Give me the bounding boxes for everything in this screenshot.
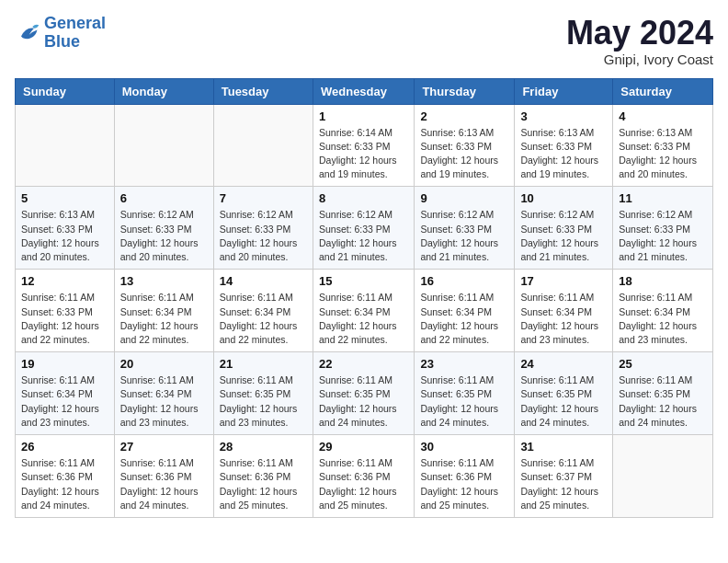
- page-header: General Blue May 2024 Gnipi, Ivory Coast: [15, 15, 713, 67]
- day-info: Sunrise: 6:11 AM Sunset: 6:35 PM Dayligh…: [319, 373, 408, 430]
- day-number: 29: [319, 440, 408, 454]
- day-number: 22: [319, 357, 408, 371]
- day-info: Sunrise: 6:11 AM Sunset: 6:34 PM Dayligh…: [619, 291, 707, 347]
- calendar-week-row: 5Sunrise: 6:13 AM Sunset: 6:33 PM Daylig…: [16, 187, 713, 270]
- calendar-cell: 3Sunrise: 6:13 AM Sunset: 6:33 PM Daylig…: [515, 104, 613, 187]
- day-number: 4: [619, 109, 707, 123]
- day-number: 16: [420, 274, 508, 288]
- day-number: 9: [420, 191, 508, 205]
- day-number: 17: [520, 274, 607, 288]
- day-number: 28: [220, 440, 307, 454]
- calendar-cell: 6Sunrise: 6:12 AM Sunset: 6:33 PM Daylig…: [114, 187, 213, 270]
- calendar-cell: 21Sunrise: 6:11 AM Sunset: 6:35 PM Dayli…: [213, 352, 313, 435]
- calendar-cell: 15Sunrise: 6:11 AM Sunset: 6:34 PM Dayli…: [313, 270, 414, 352]
- day-info: Sunrise: 6:11 AM Sunset: 6:34 PM Dayligh…: [220, 291, 307, 347]
- day-info: Sunrise: 6:12 AM Sunset: 6:33 PM Dayligh…: [120, 208, 208, 264]
- day-info: Sunrise: 6:11 AM Sunset: 6:34 PM Dayligh…: [520, 291, 607, 347]
- calendar-cell: [114, 104, 213, 187]
- day-info: Sunrise: 6:12 AM Sunset: 6:33 PM Dayligh…: [319, 208, 408, 264]
- calendar-cell: 26Sunrise: 6:11 AM Sunset: 6:36 PM Dayli…: [16, 435, 115, 518]
- calendar-cell: 7Sunrise: 6:12 AM Sunset: 6:33 PM Daylig…: [213, 187, 313, 270]
- day-info: Sunrise: 6:11 AM Sunset: 6:36 PM Dayligh…: [120, 456, 208, 512]
- calendar-cell: 24Sunrise: 6:11 AM Sunset: 6:35 PM Dayli…: [515, 352, 613, 435]
- logo-line1: General: [44, 14, 106, 32]
- day-number: 11: [619, 191, 707, 205]
- calendar-cell: 4Sunrise: 6:13 AM Sunset: 6:33 PM Daylig…: [613, 104, 713, 187]
- day-info: Sunrise: 6:13 AM Sunset: 6:33 PM Dayligh…: [21, 208, 108, 264]
- day-number: 14: [220, 274, 307, 288]
- day-number: 23: [420, 357, 508, 371]
- calendar-cell: 25Sunrise: 6:11 AM Sunset: 6:35 PM Dayli…: [613, 352, 713, 435]
- day-number: 24: [520, 357, 607, 371]
- day-info: Sunrise: 6:11 AM Sunset: 6:36 PM Dayligh…: [21, 456, 108, 512]
- logo-bird-icon: [15, 20, 40, 46]
- day-info: Sunrise: 6:11 AM Sunset: 6:34 PM Dayligh…: [319, 291, 408, 347]
- calendar-cell: 2Sunrise: 6:13 AM Sunset: 6:33 PM Daylig…: [415, 104, 515, 187]
- day-number: 15: [319, 274, 408, 288]
- day-info: Sunrise: 6:11 AM Sunset: 6:37 PM Dayligh…: [520, 456, 607, 512]
- day-header-tuesday: Tuesday: [213, 78, 313, 104]
- day-number: 12: [21, 274, 108, 288]
- day-number: 21: [220, 357, 307, 371]
- calendar-cell: [16, 104, 115, 187]
- day-number: 31: [520, 440, 607, 454]
- calendar-cell: 28Sunrise: 6:11 AM Sunset: 6:36 PM Dayli…: [213, 435, 313, 518]
- calendar-week-row: 12Sunrise: 6:11 AM Sunset: 6:33 PM Dayli…: [16, 270, 713, 352]
- calendar-header-row: SundayMondayTuesdayWednesdayThursdayFrid…: [16, 78, 713, 104]
- calendar-cell: 19Sunrise: 6:11 AM Sunset: 6:34 PM Dayli…: [16, 352, 115, 435]
- day-info: Sunrise: 6:11 AM Sunset: 6:34 PM Dayligh…: [420, 291, 508, 347]
- day-info: Sunrise: 6:13 AM Sunset: 6:33 PM Dayligh…: [619, 126, 707, 182]
- day-number: 5: [21, 191, 108, 205]
- logo-text: General Blue: [44, 15, 106, 52]
- calendar-cell: 5Sunrise: 6:13 AM Sunset: 6:33 PM Daylig…: [16, 187, 115, 270]
- day-info: Sunrise: 6:12 AM Sunset: 6:33 PM Dayligh…: [220, 208, 307, 264]
- day-number: 20: [120, 357, 208, 371]
- day-header-sunday: Sunday: [16, 78, 115, 104]
- calendar-cell: 10Sunrise: 6:12 AM Sunset: 6:33 PM Dayli…: [515, 187, 613, 270]
- day-info: Sunrise: 6:11 AM Sunset: 6:35 PM Dayligh…: [220, 373, 307, 430]
- day-number: 1: [319, 109, 408, 123]
- calendar-cell: 16Sunrise: 6:11 AM Sunset: 6:34 PM Dayli…: [415, 270, 515, 352]
- day-info: Sunrise: 6:12 AM Sunset: 6:33 PM Dayligh…: [619, 208, 707, 264]
- calendar-cell: 13Sunrise: 6:11 AM Sunset: 6:34 PM Dayli…: [114, 270, 213, 352]
- title-block: May 2024 Gnipi, Ivory Coast: [566, 15, 713, 67]
- day-info: Sunrise: 6:13 AM Sunset: 6:33 PM Dayligh…: [520, 126, 607, 182]
- day-info: Sunrise: 6:12 AM Sunset: 6:33 PM Dayligh…: [420, 208, 508, 264]
- day-number: 8: [319, 191, 408, 205]
- day-number: 18: [619, 274, 707, 288]
- calendar-cell: 30Sunrise: 6:11 AM Sunset: 6:36 PM Dayli…: [415, 435, 515, 518]
- calendar-cell: 23Sunrise: 6:11 AM Sunset: 6:35 PM Dayli…: [415, 352, 515, 435]
- day-info: Sunrise: 6:11 AM Sunset: 6:34 PM Dayligh…: [21, 373, 108, 430]
- calendar-cell: [213, 104, 313, 187]
- calendar-week-row: 19Sunrise: 6:11 AM Sunset: 6:34 PM Dayli…: [16, 352, 713, 435]
- month-title: May 2024: [566, 15, 713, 52]
- day-info: Sunrise: 6:12 AM Sunset: 6:33 PM Dayligh…: [520, 208, 607, 264]
- location: Gnipi, Ivory Coast: [566, 52, 713, 67]
- day-header-monday: Monday: [114, 78, 213, 104]
- calendar-cell: 9Sunrise: 6:12 AM Sunset: 6:33 PM Daylig…: [415, 187, 515, 270]
- calendar-cell: 17Sunrise: 6:11 AM Sunset: 6:34 PM Dayli…: [515, 270, 613, 352]
- day-number: 3: [520, 109, 607, 123]
- day-number: 25: [619, 357, 707, 371]
- day-number: 2: [420, 109, 508, 123]
- day-header-friday: Friday: [515, 78, 613, 104]
- day-info: Sunrise: 6:11 AM Sunset: 6:36 PM Dayligh…: [420, 456, 508, 512]
- day-number: 13: [120, 274, 208, 288]
- day-info: Sunrise: 6:11 AM Sunset: 6:35 PM Dayligh…: [420, 373, 508, 430]
- day-info: Sunrise: 6:11 AM Sunset: 6:36 PM Dayligh…: [319, 456, 408, 512]
- calendar-cell: 8Sunrise: 6:12 AM Sunset: 6:33 PM Daylig…: [313, 187, 414, 270]
- day-number: 30: [420, 440, 508, 454]
- calendar-week-row: 26Sunrise: 6:11 AM Sunset: 6:36 PM Dayli…: [16, 435, 713, 518]
- calendar-cell: 20Sunrise: 6:11 AM Sunset: 6:34 PM Dayli…: [114, 352, 213, 435]
- calendar-cell: 29Sunrise: 6:11 AM Sunset: 6:36 PM Dayli…: [313, 435, 414, 518]
- logo: General Blue: [15, 15, 106, 52]
- day-header-wednesday: Wednesday: [313, 78, 414, 104]
- calendar-cell: [613, 435, 713, 518]
- day-number: 10: [520, 191, 607, 205]
- day-header-thursday: Thursday: [415, 78, 515, 104]
- calendar-cell: 12Sunrise: 6:11 AM Sunset: 6:33 PM Dayli…: [16, 270, 115, 352]
- day-number: 19: [21, 357, 108, 371]
- day-info: Sunrise: 6:11 AM Sunset: 6:33 PM Dayligh…: [21, 291, 108, 347]
- day-number: 7: [220, 191, 307, 205]
- day-info: Sunrise: 6:11 AM Sunset: 6:35 PM Dayligh…: [520, 373, 607, 430]
